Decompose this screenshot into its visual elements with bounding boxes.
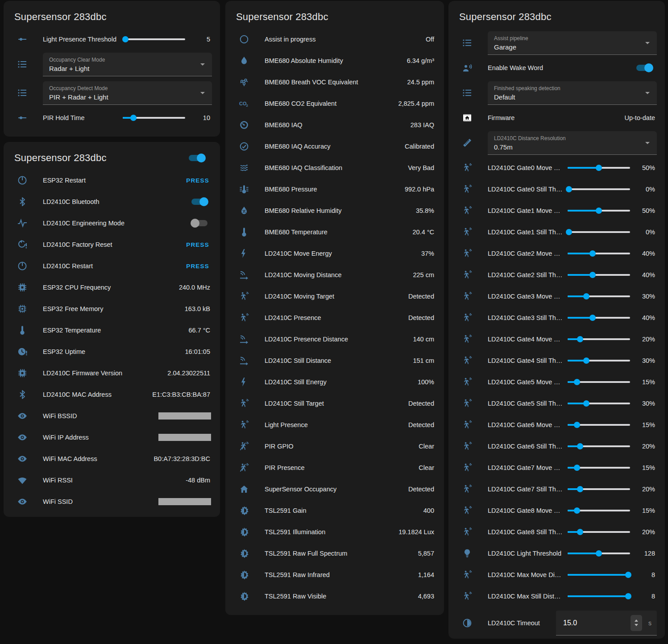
ld2410c-gate4-still-thres-slider[interactable] [568,357,630,364]
ld2410c-gate7-still-thres-slider[interactable] [568,486,630,493]
row-esp32-uptime[interactable]: ESP32 Uptime16:01:05 [11,341,213,362]
row-assist-in-progress[interactable]: Assist in progressOff [232,29,437,50]
ld2410c-gate7-move-thr-slider[interactable] [568,464,630,471]
slider-thumb[interactable] [566,186,572,192]
ld2410c-gate8-still-thres-slider[interactable] [568,528,630,536]
slider-thumb[interactable] [583,400,589,407]
row-bme680-iaq[interactable]: BME680 IAQ283 IAQ [232,114,437,136]
slider-thumb[interactable] [583,293,589,299]
slider-thumb[interactable] [574,379,580,385]
row-bme680-pressure[interactable]: BME680 Pressure992.0 hPa [232,179,437,200]
row-ld2410c-firmware-version[interactable]: LD2410C Firmware Version2.04.23022511 [11,362,213,384]
row-ld2410c-still-distance[interactable]: LD2410C Still Distance151 cm [232,350,437,371]
slider-thumb[interactable] [589,315,596,321]
row-bme680-iaq-accuracy[interactable]: BME680 IAQ AccuracyCalibrated [232,136,437,157]
ld2410c-distance-resolution-select[interactable]: LD2410C Distance Resolution0.75m [488,131,657,155]
list-icon [17,87,28,98]
ld2410c-bluetooth-toggle[interactable] [191,199,207,205]
ld2410c-gate2-still-thres-slider[interactable] [568,271,630,278]
row-bme680-breath-voc-equivalent[interactable]: BME680 Breath VOC Equivalent24.5 ppm [232,71,437,93]
row-tsl2591-illumination[interactable]: TSL2591 Illumination19.1824 Lux [232,521,437,543]
slider-thumb[interactable] [577,443,583,449]
ld2410c-engineering-mode-toggle[interactable] [191,220,207,226]
row-ld2410c-move-energy[interactable]: LD2410C Move Energy37% [232,243,437,264]
row-tsl2591-gain[interactable]: TSL2591 Gain400 [232,500,437,521]
slider-thumb[interactable] [596,165,602,171]
row-ld2410c-presence-distance[interactable]: LD2410C Presence Distance140 cm [232,328,437,350]
ld2410c-max-move-dista-slider[interactable] [568,571,630,578]
row-esp32-free-memory[interactable]: ESP32 Free Memory163.0 kB [11,298,213,320]
ld2410c-gate6-move-thr-slider[interactable] [568,421,630,428]
row-pir-gpio[interactable]: PIR GPIOClear [232,436,437,457]
row-ld2410c-mac-address[interactable]: LD2410C MAC AddressE1:C3:B3:CB:BA:87 [11,384,213,405]
entity-label: SuperSensor Occupancy [265,486,403,493]
ld2410c-light-threshold-slider[interactable] [568,550,630,557]
slider-thumb[interactable] [589,250,596,257]
ld2410c-gate5-move-thr-slider[interactable] [568,378,630,386]
slider-thumb[interactable] [566,229,572,235]
row-esp32-cpu-frequency[interactable]: ESP32 CPU Frequency240.0 MHz [11,277,213,298]
occupancy-detect-mode-select[interactable]: Occupancy Detect ModePIR + Radar + Light [43,81,212,105]
row-tsl2591-raw-infrared[interactable]: TSL2591 Raw Infrared1,164 [232,564,437,586]
slider-thumb[interactable] [625,593,631,599]
row-light-presence[interactable]: Light PresenceDetected [232,414,437,436]
stepper[interactable] [631,615,642,631]
row-bme680-absolute-humidity[interactable]: BME680 Absolute Humidity6.34 g/m³ [232,50,437,71]
pir-hold-time-slider[interactable] [123,114,185,121]
ld2410c-gate6-still-thres-slider[interactable] [568,443,630,450]
slider-thumb[interactable] [577,486,583,492]
row-ld2410c-still-energy[interactable]: LD2410C Still Energy100% [232,371,437,393]
ld2410c-gate1-still-thres-slider[interactable] [568,229,630,236]
light-presence-threshold-slider[interactable] [123,36,185,43]
ld2410c-restart-press-button[interactable]: PRESS [183,260,212,272]
row-ld2410c-presence[interactable]: LD2410C PresenceDetected [232,307,437,328]
slider-thumb[interactable] [596,550,602,557]
row-wifi-rssi[interactable]: WiFi RSSI-48 dBm [11,469,213,491]
slider-thumb[interactable] [596,208,602,214]
row-bme680-co2-equivalent[interactable]: CO2BME680 CO2 Equivalent2,825.4 ppm [232,93,437,114]
row-ld2410c-moving-target[interactable]: LD2410C Moving TargetDetected [232,286,437,307]
ld2410c-gate8-move-thr-slider[interactable] [568,507,630,514]
row-tsl2591-raw-full-spectrum[interactable]: TSL2591 Raw Full Spectrum5,857 [232,543,437,564]
row-firmware[interactable]: FirmwareUp-to-date [456,107,658,129]
row-wifi-mac-address[interactable]: WiFi MAC AddressB0:A7:32:28:3D:BC [11,448,213,469]
ld2410c-gate1-move-thr-slider[interactable] [568,207,630,214]
ld2410c-gate0-still-thres-slider[interactable] [568,186,630,193]
ld2410c-max-still-distanc-slider[interactable] [568,593,630,600]
card-master-toggle[interactable] [189,155,205,161]
entity-label: LD2410C Gate4 Still Thres… [488,357,564,364]
slider-thumb[interactable] [577,529,583,535]
ld2410c-gate2-move-thr-slider[interactable] [568,250,630,257]
slider-thumb[interactable] [589,272,596,278]
row-bme680-iaq-classification[interactable]: BME680 IAQ ClassificationVery Bad [232,157,437,179]
ld2410c-factory-reset-press-button[interactable]: PRESS [183,239,212,251]
row-supersensor-occupancy[interactable]: SuperSensor OccupancyDetected [232,478,437,500]
row-ld2410c-moving-distance[interactable]: LD2410C Moving Distance225 cm [232,264,437,286]
ld2410c-gate0-move-thr-slider[interactable] [568,164,630,171]
enable-wake-word-toggle[interactable] [636,65,652,71]
occupancy-clear-mode-select[interactable]: Occupancy Clear ModeRadar + Light [43,53,212,76]
ld2410c-gate3-move-thr-slider[interactable] [568,293,630,300]
ld2410c-gate5-still-thres-slider[interactable] [568,400,630,407]
row-pir-presence[interactable]: PIR PresenceClear [232,457,437,478]
slider-thumb[interactable] [574,507,580,514]
row-ld2410c-still-target[interactable]: LD2410C Still TargetDetected [232,393,437,414]
ld2410c-gate4-move-thr-slider[interactable] [568,336,630,343]
slider-thumb[interactable] [577,336,583,342]
slider-thumb[interactable] [122,36,129,42]
slider-thumb[interactable] [574,422,580,428]
finished-speaking-detection-select[interactable]: Finished speaking detectionDefault [488,81,657,105]
row-esp32-temperature[interactable]: ESP32 Temperature66.7 °C [11,320,213,341]
row-bme680-relative-humidity[interactable]: BME680 Relative Humidity35.8% [232,200,437,221]
slider-thumb[interactable] [574,465,580,471]
ld2410c-gate3-still-thres-slider[interactable] [568,314,630,321]
esp32-restart-press-button[interactable]: PRESS [183,175,212,187]
card-header: Supersensor 283dbc [236,10,433,24]
ld2410c-timeout-number-input[interactable]: 15.0s [556,611,657,636]
assist-pipeline-select[interactable]: Assist pipelineGarage [488,31,657,55]
slider-thumb[interactable] [625,572,631,578]
row-tsl2591-raw-visible[interactable]: TSL2591 Raw Visible4,693 [232,586,437,607]
row-bme680-temperature[interactable]: BME680 Temperature20.4 °C [232,221,437,243]
slider-thumb[interactable] [583,357,589,364]
slider-thumb[interactable] [130,115,137,121]
